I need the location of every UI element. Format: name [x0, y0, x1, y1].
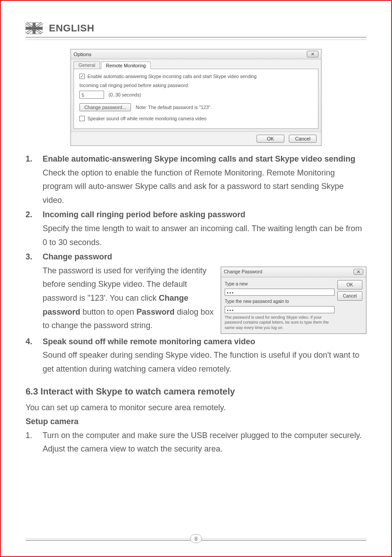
close-icon[interactable]: ✕: [307, 51, 318, 57]
cp-label-2: Type the new password again to: [225, 298, 335, 305]
ringing-period-label: Incoming call ringing period before aski…: [79, 83, 313, 88]
options-title: Options: [74, 52, 91, 57]
language-title: ENGLISH: [49, 22, 94, 34]
default-password-note: Note: The default password is "123".: [135, 105, 212, 110]
item-4-number: 4.: [26, 335, 43, 376]
item-2-number: 2.: [26, 208, 43, 249]
speaker-off-checkbox[interactable]: [79, 116, 85, 121]
item-1-title: Enable automatic-answering Skype incomin…: [43, 154, 355, 163]
page: ENGLISH Options ✕ General Remote Monitor…: [0, 0, 392, 557]
item-3-desc-bold2: Password: [136, 307, 174, 316]
setup-step-1-number: 1.: [26, 429, 43, 456]
cp-label-1: Type a new: [225, 280, 335, 288]
ringing-period-input[interactable]: 5: [79, 91, 104, 99]
enable-auto-answer-label: Enable automatic-answering Skype incomin…: [87, 74, 257, 79]
body-content: 1. Enable automatic-answering Skype inco…: [26, 152, 366, 456]
item-3-desc: The password is used for verifying the i…: [43, 264, 215, 333]
options-tab-body: ✓ Enable automatic-answering Skype incom…: [74, 69, 318, 129]
cp-title: Change Password: [224, 268, 262, 276]
uk-flag-icon: [26, 22, 43, 34]
options-ok-button[interactable]: OK: [257, 135, 284, 143]
item-1-number: 1.: [26, 152, 43, 207]
item-2-title: Incoming call ringing period before aski…: [43, 210, 245, 219]
item-3-desc-mid: button to open: [80, 307, 136, 316]
cp-note: The password is used for sending Skype v…: [225, 315, 335, 331]
change-password-button[interactable]: Change password...: [79, 103, 131, 111]
page-footer: 8: [26, 539, 366, 541]
tab-remote-monitoring[interactable]: Remote Monitoring: [101, 61, 151, 69]
cp-cancel-button[interactable]: Cancel: [337, 291, 362, 301]
section-6-3-intro: You can set up camera to monitor secure …: [26, 401, 366, 415]
enable-auto-answer-checkbox[interactable]: ✓: [79, 74, 85, 79]
options-dialog-screenshot: Options ✕ General Remote Monitoring ✓ En…: [70, 49, 322, 146]
cp-field-1[interactable]: •••: [225, 289, 335, 296]
page-number: 8: [190, 534, 202, 543]
setup-step-1: Turn on the computer and make sure the U…: [43, 429, 366, 456]
header-underline: [26, 39, 366, 40]
cp-ok-button[interactable]: OK: [337, 280, 362, 289]
close-icon[interactable]: ✕: [353, 269, 363, 275]
cp-field-2[interactable]: •••: [225, 306, 335, 313]
ringing-period-hint: (0..30 seconds): [109, 92, 141, 97]
options-titlebar: Options ✕: [71, 49, 321, 59]
item-3-title: Change password: [43, 252, 112, 261]
section-6-3-heading: 6.3 Interact with Skype to watch camera …: [26, 384, 366, 399]
options-footer: OK Cancel: [71, 132, 321, 145]
options-tabs: General Remote Monitoring: [71, 59, 321, 69]
tab-general[interactable]: General: [74, 61, 100, 69]
speaker-off-label: Speaker sound off while remote monitorin…: [87, 116, 206, 121]
change-password-dialog-screenshot: Change Password ✕ Type a new ••• Type th…: [221, 267, 366, 334]
item-1-desc-a: Check the option to enable the function …: [43, 168, 264, 177]
item-2-desc: Specify the time length to wait to answe…: [43, 224, 362, 247]
options-cancel-button[interactable]: Cancel: [289, 135, 317, 143]
setup-camera-heading: Setup camera: [26, 415, 366, 429]
language-header: ENGLISH: [26, 22, 366, 38]
item-3-number: 3.: [26, 250, 43, 334]
item-4-title: Speak sound off while remote monitoring …: [43, 337, 255, 346]
item-4-desc: Sound off speaker during sending Skype v…: [43, 351, 359, 373]
